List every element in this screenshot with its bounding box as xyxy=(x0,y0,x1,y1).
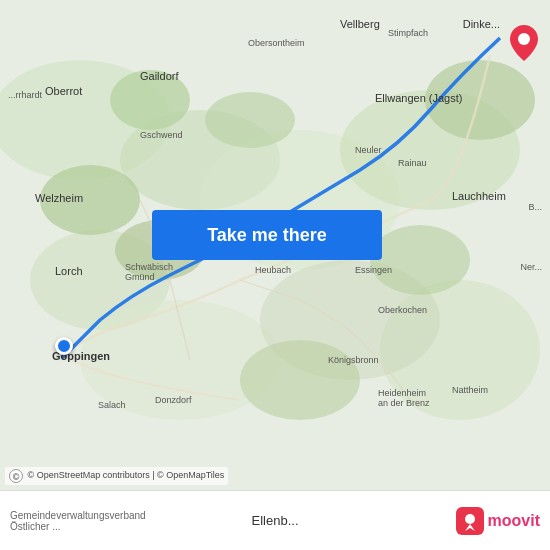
origin-marker xyxy=(55,337,73,355)
svg-point-9 xyxy=(110,70,190,130)
osm-copyright-icon: © xyxy=(9,469,23,483)
moovit-text: moovit xyxy=(488,512,540,530)
take-me-there-button[interactable]: Take me there xyxy=(152,210,382,260)
from-label: Gemeindeverwaltungsverband Östlicher ... xyxy=(10,510,187,532)
map-container: Dinke... Vellberg Gaildorf Oberrot Obers… xyxy=(0,0,550,490)
osm-attribution: © © OpenStreetMap contributors | © OpenM… xyxy=(5,467,228,485)
svg-point-18 xyxy=(465,514,475,524)
svg-point-10 xyxy=(40,165,140,235)
moovit-icon xyxy=(456,507,484,535)
svg-point-11 xyxy=(205,92,295,148)
bottom-bar: Gemeindeverwaltungsverband Östlicher ...… xyxy=(0,490,550,550)
attribution-text: © OpenStreetMap contributors | © OpenMap… xyxy=(28,470,225,480)
svg-point-16 xyxy=(518,33,530,45)
svg-point-12 xyxy=(425,60,535,140)
to-label: Ellenb... xyxy=(187,513,364,528)
svg-point-13 xyxy=(370,225,470,295)
moovit-logo: moovit xyxy=(363,507,540,535)
svg-point-15 xyxy=(240,340,360,420)
destination-marker xyxy=(510,25,538,61)
